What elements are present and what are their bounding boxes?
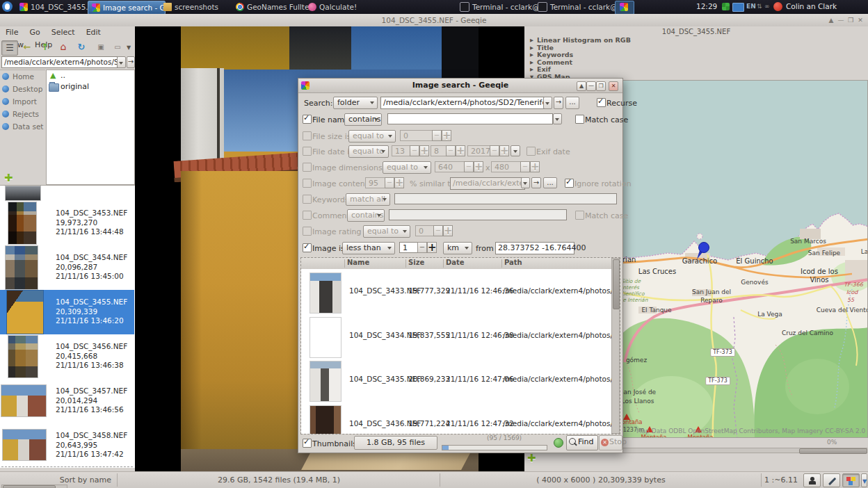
- taskbar-window-qalculate[interactable]: Qalculate!: [305, 1, 378, 13]
- rating-checkbox[interactable]: [303, 227, 312, 236]
- filedate-checkbox[interactable]: [303, 147, 312, 156]
- spin-minus-icon[interactable]: [464, 161, 474, 172]
- dialog-shade-button[interactable]: ▲: [577, 81, 586, 91]
- ignore-rotation-checkbox[interactable]: [565, 179, 574, 188]
- content-checkbox[interactable]: [303, 179, 312, 188]
- spin-plus-icon[interactable]: [427, 242, 437, 253]
- menu-select[interactable]: Select: [46, 26, 81, 39]
- shortcut-home[interactable]: Home: [0, 70, 45, 83]
- dimensions-height-spinner[interactable]: 480: [491, 161, 540, 172]
- search-path-dropdown[interactable]: [543, 97, 552, 109]
- find-button[interactable]: Find: [566, 435, 598, 450]
- scrollbar-thumb[interactable]: [3, 485, 56, 488]
- dialog-titlebar[interactable]: Image search - Geeqie ▲ — ❒ ✕: [298, 79, 622, 93]
- col-name[interactable]: Name: [347, 259, 369, 266]
- tray-password-manager-icon[interactable]: [773, 2, 782, 11]
- filedate-year-spinner[interactable]: 2017: [467, 145, 509, 156]
- search-path-go-button[interactable]: →: [554, 97, 563, 109]
- toolbar-overflow-icon[interactable]: ▼: [127, 44, 131, 51]
- spin-plus-icon[interactable]: [474, 161, 483, 172]
- hide-tools-button[interactable]: ▭: [110, 40, 125, 54]
- filedate-month-spinner[interactable]: 8: [431, 145, 465, 156]
- dimensions-width-spinner[interactable]: 640: [435, 161, 483, 172]
- spin-minus-icon[interactable]: [433, 225, 443, 236]
- menu-edit[interactable]: Edit: [81, 26, 106, 39]
- spin-plus-icon[interactable]: [394, 177, 404, 188]
- search-type-combo[interactable]: folder: [333, 97, 378, 109]
- file-row-3453[interactable]: 104_DSC_3453.NEF19,973,27021/11/16 13:44…: [0, 201, 134, 245]
- taskbar-window-terminal-2[interactable]: Terminal - cclark@talltr...: [534, 1, 616, 13]
- tray-updates-icon[interactable]: [722, 3, 730, 10]
- tray-network-icon[interactable]: ⇅: [757, 3, 762, 10]
- comment-checkbox[interactable]: [303, 211, 312, 220]
- filedate-calendar-dropdown[interactable]: [511, 145, 520, 156]
- rating-op-combo[interactable]: equal to: [363, 225, 410, 238]
- gps-checkbox[interactable]: [303, 243, 312, 252]
- clock[interactable]: 12:29: [696, 2, 717, 10]
- content-path-entry[interactable]: /media/cclark/extern4/p: [450, 177, 525, 190]
- add-panel-icon[interactable]: ✚: [527, 452, 536, 464]
- tray-display-icon[interactable]: [732, 3, 744, 12]
- spin-minus-icon[interactable]: [417, 242, 427, 253]
- spin-plus-icon[interactable]: [499, 145, 509, 156]
- section-exif[interactable]: ▶Exif: [529, 66, 865, 74]
- filedate-day-spinner[interactable]: 13: [392, 145, 429, 156]
- view-list-toggle-button[interactable]: ☰: [1, 40, 18, 56]
- col-date[interactable]: Date: [446, 259, 465, 266]
- applications-menu-icon[interactable]: [2, 1, 13, 12]
- filesize-spinner[interactable]: 0: [400, 130, 451, 141]
- zoom-segment[interactable]: 1 :~6.11: [761, 473, 801, 487]
- filesize-op-combo[interactable]: equal to: [348, 130, 396, 143]
- comment-op-combo[interactable]: contains: [347, 209, 385, 222]
- shortcut-desktop[interactable]: Desktop: [0, 83, 45, 95]
- col-path[interactable]: Path: [504, 259, 522, 266]
- rating-spinner[interactable]: 0: [415, 225, 453, 236]
- exif-date-checkbox[interactable]: [527, 147, 536, 156]
- content-percent-spinner[interactable]: 95: [365, 177, 404, 188]
- dimensions-checkbox[interactable]: [303, 163, 312, 172]
- taskbar-window-terminal-1[interactable]: Terminal - cclark@talltr...: [456, 1, 538, 13]
- refresh-button[interactable]: ↻: [74, 40, 89, 54]
- path-entry[interactable]: /media/cclark/extern4/photos/SD2/Ten: [1, 56, 118, 68]
- file-row-3457[interactable]: 104_DSC_3457.NEF20,014,29421/11/16 13:46…: [0, 379, 134, 423]
- filename-op-combo[interactable]: contains: [344, 113, 382, 126]
- spin-minus-icon[interactable]: [432, 130, 442, 141]
- folder-up-row[interactable]: ▲..: [47, 70, 134, 81]
- shortcut-rejects[interactable]: Rejects: [0, 108, 45, 120]
- taskbar-window-image-search[interactable]: Image search - Geeqie: [88, 1, 166, 15]
- shade-button[interactable]: ▲: [826, 15, 836, 25]
- spin-minus-icon[interactable]: [385, 177, 394, 188]
- taskbar-geeqie-urgent-item[interactable]: [615, 1, 634, 15]
- filedate-op-combo[interactable]: equal to: [348, 145, 389, 158]
- filesize-checkbox[interactable]: [303, 131, 312, 140]
- spin-minus-icon[interactable]: [446, 145, 456, 156]
- folder-original-row[interactable]: original: [47, 81, 134, 92]
- keywords-op-combo[interactable]: match all: [346, 193, 390, 206]
- filename-history-dropdown[interactable]: [553, 113, 562, 124]
- taskbar-window-geeqie-main[interactable]: 104_DSC_3455.NEF - G...: [16, 1, 93, 13]
- shortcut-import[interactable]: Import: [0, 95, 45, 108]
- spin-plus-icon[interactable]: [442, 130, 451, 141]
- path-go-button[interactable]: →: [127, 56, 135, 68]
- dialog-minimize-button[interactable]: —: [586, 81, 596, 91]
- gps-unit-combo[interactable]: km: [443, 242, 472, 254]
- thumbnails-checkbox[interactable]: [303, 439, 312, 448]
- home-button[interactable]: ⌂: [56, 40, 71, 54]
- thumbnail-partial[interactable]: [6, 186, 40, 200]
- dimensions-op-combo[interactable]: equal to: [383, 161, 431, 174]
- search-path-browse-button[interactable]: ...: [565, 97, 579, 109]
- scrollbar-thumb[interactable]: [613, 259, 620, 309]
- spin-minus-icon[interactable]: [520, 161, 530, 172]
- section-keywords[interactable]: ▶Keywords: [529, 51, 865, 59]
- spin-minus-icon[interactable]: [490, 145, 499, 156]
- comment-matchcase-checkbox[interactable]: [575, 211, 584, 220]
- menu-file[interactable]: File: [0, 26, 24, 39]
- spin-minus-icon[interactable]: [410, 145, 419, 156]
- statusbar-overflow-button[interactable]: ▼: [861, 473, 867, 487]
- col-size[interactable]: Size: [408, 259, 424, 266]
- main-window-titlebar[interactable]: 104_DSC_3455.NEF - Geeqie ▲ — ❒ ✕: [0, 14, 868, 27]
- taskbar-window-screenshots[interactable]: screenshots: [160, 1, 236, 13]
- spin-plus-icon[interactable]: [456, 145, 465, 156]
- results-vertical-scrollbar[interactable]: [611, 258, 620, 434]
- add-shortcut-icon[interactable]: ✚: [4, 172, 13, 184]
